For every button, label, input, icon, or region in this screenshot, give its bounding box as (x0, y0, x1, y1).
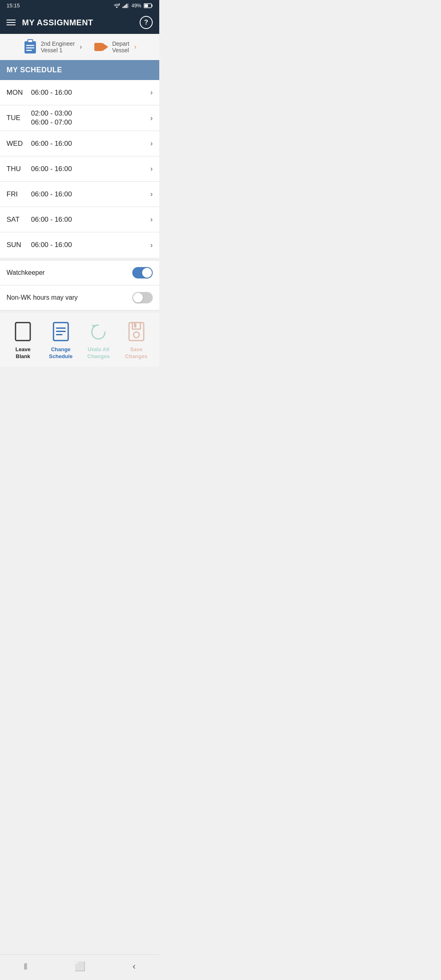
time-slot: 06:00 - 16:00 (31, 165, 150, 173)
battery-text: 49% (131, 3, 141, 9)
toggle-row-watchkeeper: Watchkeeper (0, 261, 159, 285)
action-bar: Leave Blank Change Schedule Undo All Cha… (0, 313, 159, 367)
battery-icon (144, 3, 153, 8)
status-right: 49% (114, 3, 153, 9)
assignment-breadcrumb[interactable]: 2nd Engineer Vessel 1 › (23, 40, 82, 54)
schedule-list: MON06:00 - 16:00›TUE02:00 - 03:0006:00 -… (0, 80, 159, 258)
svg-rect-12 (26, 47, 34, 49)
time-slots: 06:00 - 16:00 (31, 85, 150, 101)
page-title: MY ASSIGNMENT (22, 18, 133, 27)
depart-breadcrumb[interactable]: Depart Vessel › (94, 40, 136, 54)
toggle-knob-non-wk (133, 293, 143, 303)
svg-rect-23 (56, 334, 62, 335)
svg-rect-8 (145, 4, 148, 7)
time-slot: 06:00 - 16:00 (31, 216, 150, 224)
svg-rect-13 (26, 50, 32, 51)
schedule-header: MY SCHEDULE (0, 60, 159, 80)
schedule-row[interactable]: FRI06:00 - 16:00› (0, 182, 159, 207)
svg-rect-4 (127, 4, 127, 8)
time-slots: 06:00 - 16:00 (31, 136, 150, 152)
day-label: FRI (7, 190, 31, 198)
row-chevron-icon: › (150, 165, 153, 173)
schedule-row[interactable]: SAT06:00 - 16:00› (0, 207, 159, 232)
day-label: SAT (7, 216, 31, 224)
action-label-save-changes: Save Changes (125, 346, 147, 360)
action-icon-undo-all-changes (87, 321, 109, 343)
time-slot: 02:00 - 03:00 (31, 109, 150, 118)
schedule-row[interactable]: WED06:00 - 16:00› (0, 131, 159, 156)
row-chevron-icon: › (150, 139, 153, 148)
day-label: SUN (7, 241, 31, 249)
row-chevron-icon: › (150, 190, 153, 198)
depart-text: Depart Vessel (112, 40, 129, 53)
time-slots: 02:00 - 03:0006:00 - 07:00 (31, 105, 150, 131)
day-label: WED (7, 140, 31, 148)
toggle-label-watchkeeper: Watchkeeper (7, 269, 45, 276)
time-slots: 06:00 - 16:00 (31, 212, 150, 228)
action-label-leave-blank: Leave Blank (16, 346, 31, 360)
toggle-switch-watchkeeper[interactable] (132, 267, 153, 278)
toggle-knob-watchkeeper (142, 268, 152, 278)
breadcrumb: 2nd Engineer Vessel 1 › Depart Vessel › (0, 34, 159, 60)
action-button-change-schedule[interactable]: Change Schedule (45, 321, 77, 360)
time-slot: 06:00 - 16:00 (31, 190, 150, 198)
action-icon-leave-blank (12, 321, 34, 343)
status-bar: 15:15 49% (0, 0, 159, 11)
row-chevron-icon: › (150, 241, 153, 249)
day-label: TUE (7, 114, 31, 122)
depart-icon (94, 40, 109, 54)
help-button[interactable]: ? (140, 16, 153, 29)
toggle-label-non-wk: Non-WK hours may vary (7, 294, 78, 301)
svg-point-28 (134, 332, 139, 338)
menu-button[interactable] (7, 20, 16, 25)
svg-point-0 (118, 3, 120, 4)
svg-rect-11 (26, 45, 34, 46)
toggle-switch-non-wk[interactable] (132, 292, 153, 303)
day-label: THU (7, 165, 31, 173)
schedule-row[interactable]: THU06:00 - 16:00› (0, 156, 159, 182)
day-label: MON (7, 89, 31, 97)
clipboard-icon (23, 40, 38, 54)
row-chevron-icon: › (150, 88, 153, 97)
wifi-icon (114, 3, 120, 8)
action-button-undo-all-changes[interactable]: Undo All Changes (82, 321, 115, 360)
svg-marker-18 (102, 43, 108, 51)
time-slots: 06:00 - 16:00 (31, 186, 150, 203)
row-chevron-icon: › (150, 114, 153, 122)
svg-rect-27 (134, 323, 136, 327)
time-slot: 06:00 - 07:00 (31, 118, 150, 127)
svg-rect-3 (125, 4, 126, 8)
svg-rect-19 (16, 323, 30, 341)
assignment-text: 2nd Engineer Vessel 1 (41, 40, 75, 53)
time-slot: 06:00 - 16:00 (31, 140, 150, 148)
svg-rect-22 (56, 331, 66, 332)
time-slots: 06:00 - 16:00 (31, 161, 150, 177)
schedule-row[interactable]: SUN06:00 - 16:00› (0, 232, 159, 258)
action-icon-save-changes (125, 321, 147, 343)
svg-rect-21 (56, 327, 66, 329)
svg-rect-5 (128, 3, 129, 8)
status-time: 15:15 (7, 2, 20, 9)
action-button-save-changes[interactable]: Save Changes (120, 321, 153, 360)
svg-rect-7 (152, 4, 153, 7)
action-label-undo-all-changes: Undo All Changes (87, 346, 110, 360)
schedule-row[interactable]: TUE02:00 - 03:0006:00 - 07:00› (0, 105, 159, 131)
app-header: MY ASSIGNMENT ? (0, 11, 159, 34)
action-label-change-schedule: Change Schedule (49, 346, 73, 360)
svg-rect-14 (28, 40, 32, 42)
assignment-chevron: › (80, 43, 82, 51)
action-button-leave-blank[interactable]: Leave Blank (7, 321, 39, 360)
toggle-row-non-wk: Non-WK hours may vary (0, 285, 159, 310)
row-chevron-icon: › (150, 215, 153, 224)
time-slot: 06:00 - 16:00 (31, 241, 150, 249)
time-slots: 06:00 - 16:00 (31, 237, 150, 253)
toggle-section: WatchkeeperNon-WK hours may vary (0, 260, 159, 310)
depart-chevron: › (134, 43, 136, 51)
action-icon-change-schedule (50, 321, 72, 343)
signal-icon (122, 3, 129, 8)
schedule-row[interactable]: MON06:00 - 16:00› (0, 80, 159, 105)
time-slot: 06:00 - 16:00 (31, 89, 150, 97)
svg-rect-1 (122, 7, 123, 8)
svg-rect-2 (124, 6, 125, 8)
